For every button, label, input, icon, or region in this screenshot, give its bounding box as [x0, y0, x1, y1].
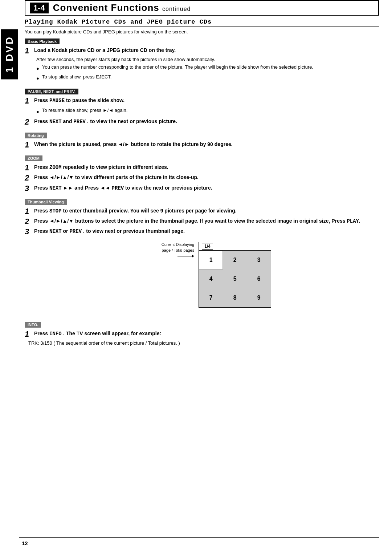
zoom-step-num-3: 3 [25, 184, 33, 193]
basic-bullet-1: ● You can press the number corresponding… [36, 64, 379, 72]
info-badge: INFO. [25, 322, 41, 328]
basic-step1-details: After few seconds, the player starts pla… [36, 57, 379, 82]
rotating-badge: Rotating [25, 133, 47, 138]
header-box: 1-4 Convenient Functions continued [25, 0, 379, 16]
arrow-head [192, 255, 194, 258]
zoom-step2-text: Press ◄/►/▲/▼ to view different parts of… [34, 174, 379, 181]
thumb-cell-6: 6 [247, 270, 271, 288]
zoom-section: ZOOM 1 Press ZOOM repeatedly to view pic… [25, 155, 379, 194]
vertical-tab: 1 DVD [0, 0, 19, 555]
thumb-cell-9: 9 [247, 288, 271, 307]
basic-playback-badge: Basic Playback [25, 39, 60, 44]
diagram-arrow [177, 255, 194, 258]
pause-step-2: 2 Press NEXT and PREV. to view the next … [25, 118, 379, 126]
zoom-step1-text: Press ZOOM repeatedly to view picture in… [34, 163, 379, 171]
diagram-label-area: Current Displaying page / Total pages [162, 242, 194, 258]
section-subtitle: You can play Kodak picture CDs and JPEG … [25, 29, 379, 35]
vertical-label: 1 DVD [1, 29, 18, 79]
thumbnail-section: Thumbnail Viewing 1 Press STOP to enter … [25, 199, 379, 314]
thumb-cell-2: 2 [223, 251, 247, 270]
rotating-section: Rotating 1 When the picture is paused, p… [25, 132, 379, 151]
pause-section: PAUSE, NEXT, and PREV. 1 Press PAUSE to … [25, 88, 379, 128]
info-step-num-1: 1 [25, 330, 33, 339]
diagram-wrapper: Current Displaying page / Total pages [162, 242, 271, 308]
thumb-cell-7: 7 [199, 288, 223, 307]
basic-step1-text: Load a Kodak picture CD or a JPEG pictur… [34, 46, 379, 54]
info-step-1: 1 Press INFO. The TV screen will appear,… [25, 330, 379, 339]
basic-step1-sub: After few seconds, the player starts pla… [36, 57, 379, 62]
zoom-step-3: 3 Press NEXT ►► and Press ◄◄ PREV to vie… [25, 184, 379, 193]
pause-step1-text: Press PAUSE to pause the slide show. [34, 97, 379, 105]
basic-step-1: 1 Load a Kodak picture CD or a JPEG pict… [25, 46, 379, 55]
info-step1-text: Press INFO. The TV screen will appear, f… [34, 330, 379, 338]
thumbnail-grid-outer: 1/4 1 2 3 4 5 6 7 8 [199, 242, 271, 308]
pause-bullets: ● To resume slide show, press ►/◄ again. [36, 107, 379, 116]
zoom-badge: ZOOM [25, 155, 42, 161]
thumb-step-num-2: 2 [25, 217, 33, 226]
thumbnail-badge: Thumbnail Viewing [25, 199, 67, 205]
main-content: 1-4 Convenient Functions continued Playi… [19, 0, 392, 555]
thumbnail-grid-wrapper: 1/4 1 2 3 4 5 6 7 8 [199, 242, 271, 308]
thumbnail-header: 1/4 [199, 242, 271, 251]
thumb-step-2: 2 Press ◄/►/▲/▼ buttons to select the pi… [25, 217, 379, 226]
rotating-step1-text: When the picture is paused, press ◄/► bu… [34, 141, 379, 148]
thumb-cell-1: 1 [199, 251, 223, 270]
zoom-step-2: 2 Press ◄/►/▲/▼ to view different parts … [25, 174, 379, 182]
thumb-step-num-3: 3 [25, 227, 33, 236]
page-number: 12 [22, 540, 28, 546]
info-example: TRK: 3/150 ( The sequential order of the… [28, 340, 379, 346]
thumbnail-grid: 1 2 3 4 5 6 7 8 9 [199, 251, 271, 307]
arrow-line [177, 256, 192, 256]
rotating-step-num-1: 1 [25, 141, 33, 149]
thumb-step2-text: Press ◄/►/▲/▼ buttons to select the pict… [34, 217, 379, 225]
thumbnail-diagram: Current Displaying page / Total pages [54, 242, 379, 308]
basic-playback-section: Basic Playback 1 Load a Kodak picture CD… [25, 38, 379, 84]
pause-step2-text: Press NEXT and PREV. to view the next or… [34, 118, 379, 126]
bottom-line [19, 537, 379, 538]
thumbnail-header-text: 1/4 [202, 243, 213, 250]
pause-step-num-1: 1 [25, 97, 33, 105]
zoom-step-num-1: 1 [25, 163, 33, 172]
zoom-step3-text: Press NEXT ►► and Press ◄◄ PREV to view … [34, 184, 379, 192]
pause-bullet-1: ● To resume slide show, press ►/◄ again. [36, 107, 379, 116]
step-number-1: 1 [25, 46, 33, 55]
thumb-step-num-1: 1 [25, 207, 33, 216]
thumb-cell-4: 4 [199, 270, 223, 288]
thumb-step-3: 3 Press NEXT or PREV. to view next or pr… [25, 227, 379, 236]
thumb-cell-8: 8 [223, 288, 247, 307]
rotating-step-1: 1 When the picture is paused, press ◄/► … [25, 141, 379, 149]
diagram-label-line-1: Current Displaying [162, 242, 194, 247]
pause-step-1: 1 Press PAUSE to pause the slide show. [25, 97, 379, 105]
thumb-step1-text: Press STOP to enter thumbnail preview. Y… [34, 207, 379, 215]
info-section: INFO. 1 Press INFO. The TV screen will a… [25, 321, 379, 345]
basic-bullet-2: ● To stop slide show, press EJECT. [36, 73, 379, 82]
section-title: Playing Kodak Picture CDs and JPEG pictu… [25, 19, 379, 27]
zoom-step-1: 1 Press ZOOM repeatedly to view picture … [25, 163, 379, 172]
zoom-step-num-2: 2 [25, 174, 33, 182]
thumb-step-1: 1 Press STOP to enter thumbnail preview.… [25, 207, 379, 216]
thumb-step3-text: Press NEXT or PREV. to view next or prev… [34, 227, 379, 235]
thumb-cell-3: 3 [247, 251, 271, 270]
pause-badge: PAUSE, NEXT, and PREV. [25, 89, 78, 94]
diagram-label-line-2: page / Total pages [162, 248, 195, 253]
header-title: Convenient Functions continued [53, 2, 191, 13]
thumb-cell-5: 5 [223, 270, 247, 288]
header-number: 1-4 [30, 3, 49, 13]
pause-step-num-2: 2 [25, 118, 33, 126]
